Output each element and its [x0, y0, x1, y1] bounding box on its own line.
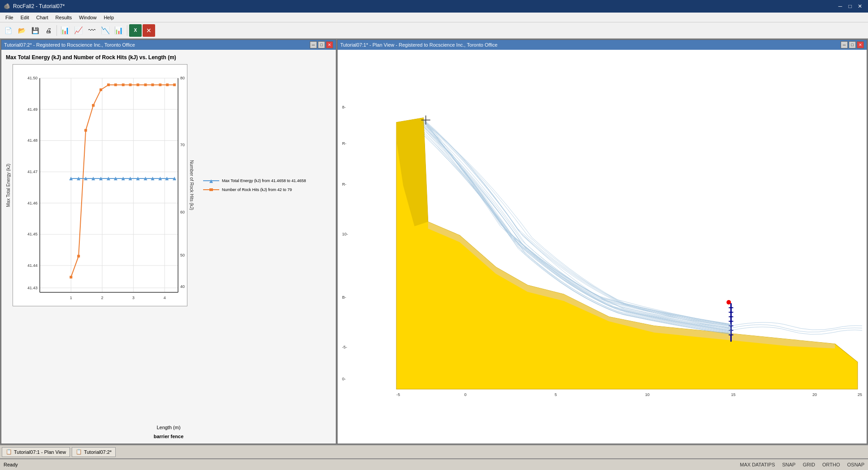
toolbar-save[interactable]: 💾 — [29, 24, 41, 37]
toolbar-chart4[interactable]: 📉 — [99, 24, 112, 37]
svg-text:20: 20 — [812, 392, 817, 397]
chart-content: Max Total Energy (kJ) and Number of Rock… — [1, 50, 336, 444]
menu-help[interactable]: Help — [100, 14, 117, 21]
svg-text:41.50: 41.50 — [27, 76, 37, 80]
svg-text:-5: -5 — [396, 392, 400, 397]
mdi-taskbar: 📋 Tutorial07:1 - Plan View 📋 Tutorial07:… — [0, 445, 868, 458]
legend-label-hits: Number of Rock Hits (kJ) from 42 to 79 — [222, 187, 292, 192]
status-max-datatips[interactable]: MAX DATATIPS — [740, 462, 775, 467]
svg-text:-5-: -5- — [342, 345, 347, 349]
y-axis-left-label: Max Total Energy (kJ) — [6, 164, 11, 207]
close-button[interactable]: ✕ — [855, 2, 864, 11]
toolbar-chart3[interactable]: 〰 — [86, 24, 98, 37]
title-bar: 🪨 RocFall2 - Tutorial07* ─ □ ✕ — [0, 0, 868, 13]
svg-rect-32 — [69, 276, 72, 279]
app-icon: 🪨 — [4, 3, 10, 9]
chart-title: Max Total Energy (kJ) and Number of Rock… — [6, 54, 331, 61]
legend-item-energy: Max Total Energy (kJ) from 41.4658 to 41… — [203, 178, 306, 183]
svg-rect-43 — [151, 83, 154, 86]
taskbar-item-planview-label: Tutorial07:1 - Plan View — [14, 449, 66, 455]
svg-text:0: 0 — [464, 392, 466, 397]
chart-window-title-text: Tutorial07:2* - Registered to Rocscience… — [4, 42, 135, 48]
status-right: MAX DATATIPS SNAP GRID ORTHO OSNAP — [740, 462, 864, 467]
app-title: RocFall2 - Tutorial07* — [13, 3, 65, 9]
plan-win-maximize[interactable]: □ — [849, 41, 856, 48]
svg-rect-37 — [107, 83, 110, 86]
svg-rect-34 — [84, 129, 87, 132]
svg-text:41.44: 41.44 — [27, 263, 37, 268]
menu-file[interactable]: File — [2, 14, 17, 21]
chart-win-close[interactable]: ✕ — [326, 41, 333, 48]
svg-rect-40 — [129, 83, 132, 86]
svg-text:41.48: 41.48 — [27, 138, 37, 143]
title-bar-left: 🪨 RocFall2 - Tutorial07* — [4, 3, 65, 9]
plan-win-minimize[interactable]: ─ — [841, 41, 848, 48]
svg-text:3: 3 — [132, 296, 135, 300]
menu-window[interactable]: Window — [75, 14, 100, 21]
svg-rect-65 — [209, 188, 213, 191]
main-content: Tutorial07:2* - Registered to Rocscience… — [0, 39, 868, 445]
toolbar-chart5[interactable]: 📊 — [113, 24, 125, 37]
y-axis-right-label: Number of Rock Hits (kJ) — [189, 160, 194, 210]
plan-window-title: Tutorial07:1* - Plan View - Registered t… — [338, 40, 867, 50]
chart-area: Max Total Energy (kJ) — [6, 64, 331, 423]
maximize-button[interactable]: □ — [846, 2, 855, 11]
toolbar-new[interactable]: 📄 — [2, 24, 14, 37]
toolbar-chart1[interactable]: 📊 — [59, 24, 71, 37]
taskbar-item-chart-icon: 📋 — [76, 449, 82, 455]
menu-bar: File Edit Chart Results Window Help — [0, 13, 868, 22]
svg-text:60: 60 — [180, 210, 185, 214]
svg-text:10: 10 — [645, 392, 650, 397]
svg-rect-38 — [114, 83, 117, 86]
plan-win-close[interactable]: ✕ — [857, 41, 864, 48]
svg-text:15: 15 — [731, 392, 735, 397]
svg-text:5: 5 — [555, 392, 557, 397]
chart-win-maximize[interactable]: □ — [318, 41, 325, 48]
svg-text:70: 70 — [180, 143, 185, 147]
menu-results[interactable]: Results — [52, 14, 76, 21]
svg-text:R-: R- — [342, 141, 347, 146]
toolbar-print[interactable]: 🖨 — [42, 24, 55, 37]
svg-rect-33 — [77, 255, 80, 257]
legend-area: Max Total Energy (kJ) from 41.4658 to 41… — [203, 178, 306, 192]
svg-rect-46 — [173, 83, 176, 86]
svg-text:2: 2 — [101, 296, 103, 300]
status-grid[interactable]: GRID — [803, 462, 815, 467]
plan-window-title-text: Tutorial07:1* - Plan View - Registered t… — [340, 42, 498, 48]
svg-text:8-: 8- — [342, 105, 346, 109]
plot-box: 41.50 41.49 41.48 41.47 41.46 41.45 41.4… — [13, 64, 187, 306]
toolbar-open[interactable]: 📂 — [15, 24, 28, 37]
menu-edit[interactable]: Edit — [17, 14, 33, 21]
minimize-button[interactable]: ─ — [836, 2, 845, 11]
toolbar-sep-1 — [56, 25, 57, 36]
plan-window: Tutorial07:1* - Plan View - Registered t… — [337, 39, 867, 444]
status-ready: Ready — [4, 462, 18, 467]
plot-svg: 41.50 41.49 41.48 41.47 41.46 41.45 41.4… — [13, 65, 187, 306]
title-bar-controls: ─ □ ✕ — [836, 2, 864, 11]
toolbar-close-red[interactable]: ✕ — [143, 24, 155, 37]
status-snap[interactable]: SNAP — [782, 462, 795, 467]
taskbar-item-planview-icon: 📋 — [6, 449, 12, 455]
status-osnap[interactable]: OSNAP — [847, 462, 864, 467]
menu-chart[interactable]: Chart — [33, 14, 52, 21]
taskbar-item-chart-label: Tutorial07:2* — [84, 449, 112, 455]
taskbar-item-chart[interactable]: 📋 Tutorial07:2* — [72, 447, 116, 457]
status-ortho[interactable]: ORTHO — [822, 462, 840, 467]
status-bar: Ready MAX DATATIPS SNAP GRID ORTHO OSNAP — [0, 458, 868, 470]
plan-win-controls: ─ □ ✕ — [841, 41, 864, 48]
svg-text:0-: 0- — [342, 377, 346, 381]
svg-text:R-: R- — [342, 182, 347, 187]
toolbar-chart2[interactable]: 📈 — [72, 24, 85, 37]
toolbar-excel[interactable]: X — [129, 24, 142, 37]
svg-text:4: 4 — [164, 296, 166, 300]
svg-text:41.45: 41.45 — [27, 232, 37, 236]
svg-text:80: 80 — [180, 76, 185, 80]
chart-win-minimize[interactable]: ─ — [310, 41, 317, 48]
taskbar-item-planview[interactable]: 📋 Tutorial07:1 - Plan View — [2, 447, 70, 457]
plan-content[interactable]: 8- R- R- 10- B- -5- 0- -5 0 5 10 15 20 2… — [338, 50, 867, 444]
legend-item-hits: Number of Rock Hits (kJ) from 42 to 79 — [203, 187, 306, 192]
svg-text:40: 40 — [180, 284, 185, 289]
svg-text:41.49: 41.49 — [27, 107, 37, 112]
svg-rect-45 — [166, 83, 169, 86]
toolbar-sep-2 — [127, 25, 127, 36]
